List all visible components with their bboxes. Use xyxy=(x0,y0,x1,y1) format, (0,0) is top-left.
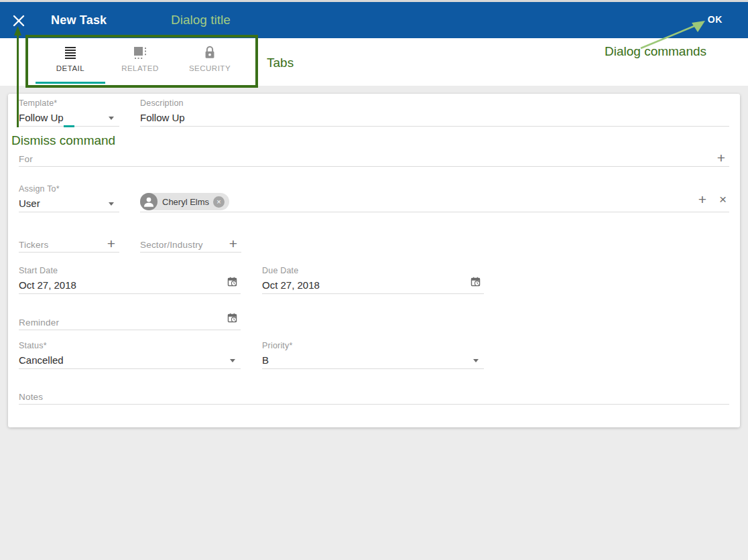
sector-industry-field[interactable]: Sector/Industry + xyxy=(140,239,241,253)
tickers-field[interactable]: Tickers + xyxy=(19,239,119,253)
tab-bar: DETAIL RELATED SECURITY xyxy=(0,38,748,86)
dialog-title-text: New Task xyxy=(51,13,107,27)
reminder-label: Reminder xyxy=(19,318,59,328)
template-field[interactable]: Template* Follow Up xyxy=(19,98,119,127)
priority-value: B xyxy=(262,354,269,366)
detail-lines-icon xyxy=(36,44,105,62)
status-field[interactable]: Status* Cancelled xyxy=(19,341,241,369)
assignee-chip[interactable]: Cheryl Elms × xyxy=(140,193,229,210)
dialog-body-card: Template* Follow Up Description Follow U… xyxy=(8,94,740,427)
tickers-label: Tickers xyxy=(19,240,48,250)
person-icon xyxy=(140,193,158,210)
calendar-clock-icon[interactable] xyxy=(227,276,238,290)
for-field[interactable]: For + xyxy=(19,153,729,167)
focus-accent xyxy=(64,125,74,127)
status-label: Status* xyxy=(19,341,47,350)
assignee-name: Cheryl Elms xyxy=(162,197,209,207)
description-label: Description xyxy=(140,98,184,108)
tab-label: DETAIL xyxy=(36,64,105,72)
tab-label: RELATED xyxy=(105,64,175,72)
assignees-field[interactable]: Cheryl Elms × + × xyxy=(140,184,729,212)
for-label: For xyxy=(19,154,33,164)
assign-to-label: Assign To* xyxy=(19,184,60,194)
ok-button[interactable]: OK xyxy=(708,14,723,25)
dropdown-arrow-icon[interactable] xyxy=(473,359,479,362)
new-task-dialog: New Task OK Dialog title DETAIL RELATED … xyxy=(0,0,748,560)
start-date-label: Start Date xyxy=(19,266,58,275)
calendar-clock-icon[interactable] xyxy=(470,276,481,290)
dialog-header: New Task OK Dialog title xyxy=(0,2,748,38)
assign-to-value: User xyxy=(19,198,40,209)
close-icon[interactable] xyxy=(12,14,25,27)
annotation-dialog-title: Dialog title xyxy=(171,13,231,27)
description-field[interactable]: Description Follow Up xyxy=(140,98,729,127)
dropdown-arrow-icon[interactable] xyxy=(109,202,114,206)
active-tab-indicator xyxy=(36,82,105,84)
add-for-icon[interactable]: + xyxy=(717,151,725,165)
start-date-value: Oct 27, 2018 xyxy=(19,279,76,291)
dropdown-arrow-icon[interactable] xyxy=(109,117,114,120)
assign-to-field[interactable]: Assign To* User xyxy=(19,184,119,212)
add-assignee-icon[interactable]: + xyxy=(698,193,706,206)
priority-field[interactable]: Priority* B xyxy=(262,341,484,369)
description-value: Follow Up xyxy=(140,112,185,123)
tab-security[interactable]: SECURITY xyxy=(175,44,245,81)
chip-remove-icon[interactable]: × xyxy=(213,196,225,208)
tab-detail[interactable]: DETAIL xyxy=(36,44,105,81)
template-label: Template* xyxy=(19,98,57,108)
tab-related[interactable]: RELATED xyxy=(105,44,175,81)
sector-industry-label: Sector/Industry xyxy=(140,240,203,250)
template-value: Follow Up xyxy=(19,112,64,123)
related-layers-icon xyxy=(105,44,175,62)
dropdown-arrow-icon[interactable] xyxy=(230,359,235,362)
notes-field[interactable]: Notes xyxy=(19,391,729,405)
due-date-field[interactable]: Due Date Oct 27, 2018 xyxy=(262,266,484,294)
add-sector-icon[interactable]: + xyxy=(229,237,237,251)
status-value: Cancelled xyxy=(19,354,64,366)
add-ticker-icon[interactable]: + xyxy=(107,237,115,251)
lock-icon xyxy=(175,44,245,62)
priority-label: Priority* xyxy=(262,341,293,350)
calendar-clock-icon[interactable] xyxy=(227,312,238,326)
start-date-field[interactable]: Start Date Oct 27, 2018 xyxy=(19,266,241,294)
reminder-field[interactable]: Reminder xyxy=(19,317,241,330)
notes-label: Notes xyxy=(19,392,43,402)
due-date-value: Oct 27, 2018 xyxy=(262,279,320,291)
tab-label: SECURITY xyxy=(175,64,245,72)
clear-assignees-icon[interactable]: × xyxy=(719,193,727,206)
due-date-label: Due Date xyxy=(262,266,298,275)
